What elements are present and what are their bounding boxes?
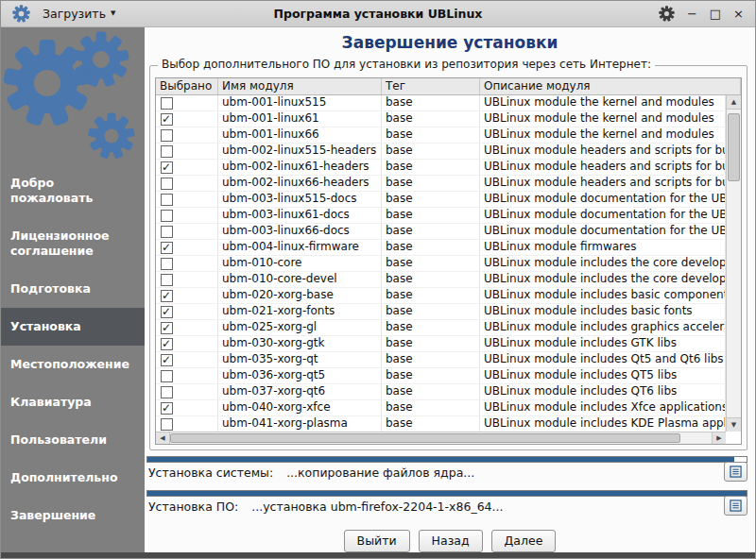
sidebar-item-5[interactable]: Местоположение bbox=[1, 346, 145, 383]
checkbox-cell bbox=[156, 320, 218, 335]
module-checkbox[interactable] bbox=[161, 178, 173, 190]
horizontal-scroll-thumb[interactable] bbox=[170, 433, 680, 443]
module-name: ubm-003-linux515-docs bbox=[218, 192, 382, 207]
table-row[interactable]: ubm-003-linux61-docsbaseUBLinux module d… bbox=[156, 208, 726, 224]
system-status-line: Установка системы: ...копирование файлов… bbox=[148, 466, 719, 481]
module-checkbox[interactable] bbox=[161, 354, 173, 366]
module-checkbox[interactable] bbox=[161, 145, 173, 158]
scroll-down-icon[interactable]: ▼ bbox=[727, 417, 741, 432]
installer-window: Загрузить ▼ Программа установки UBLinux … bbox=[0, 0, 756, 559]
sidebar-item-7[interactable]: Пользователи bbox=[1, 421, 145, 459]
system-progress-fill bbox=[147, 457, 734, 462]
next-button[interactable]: Далее bbox=[491, 530, 557, 552]
sidebar-item-6[interactable]: Клавиатура bbox=[1, 383, 145, 421]
table-row[interactable]: ubm-001-linux61baseUBLinux module the ke… bbox=[156, 111, 726, 127]
module-checkbox[interactable] bbox=[161, 386, 173, 398]
module-checkbox[interactable] bbox=[161, 113, 173, 126]
app-gear-icon bbox=[12, 5, 30, 23]
sidebar-item-2[interactable]: Лицензионное соглашение bbox=[1, 217, 145, 270]
module-checkbox[interactable] bbox=[161, 129, 173, 142]
table-row[interactable]: ubm-001-linux66baseUBLinux module the ke… bbox=[156, 127, 726, 144]
module-tag: base bbox=[382, 127, 480, 143]
module-checkbox[interactable] bbox=[161, 194, 173, 206]
settings-gear-icon[interactable] bbox=[659, 6, 675, 22]
sidebar-item-9[interactable]: Завершение bbox=[1, 497, 145, 534]
sidebar-item-8[interactable]: Дополнительно bbox=[1, 459, 145, 497]
module-checkbox[interactable] bbox=[161, 274, 173, 286]
module-checkbox[interactable] bbox=[161, 290, 173, 302]
column-header-3[interactable]: Тег bbox=[382, 78, 480, 94]
table-row[interactable]: ubm-001-linux515baseUBLinux module the k… bbox=[156, 95, 726, 111]
sidebar-item-3[interactable]: Подготовка bbox=[1, 270, 145, 308]
module-checkbox[interactable] bbox=[161, 258, 173, 270]
table-row[interactable]: ubm-030-xorg-gtkbaseUBLinux module inclu… bbox=[156, 336, 726, 352]
checkbox-cell bbox=[156, 224, 218, 239]
table-row[interactable]: ubm-002-linux66-headersbaseUBLinux modul… bbox=[156, 176, 726, 192]
table-row[interactable]: ubm-040-xorg-xfcebaseUBLinux module incl… bbox=[156, 400, 726, 416]
module-tag: base bbox=[382, 336, 480, 351]
column-header-2[interactable]: Имя модуля bbox=[218, 78, 382, 94]
module-checkbox[interactable] bbox=[161, 418, 173, 431]
sidebar-item-4[interactable]: Установка bbox=[1, 308, 145, 346]
load-button-label: Загрузить bbox=[43, 7, 106, 21]
module-description: UBLinux module includes basic components bbox=[480, 288, 726, 303]
table-row[interactable]: ubm-041-xorg-plasmabaseUBLinux module in… bbox=[156, 416, 726, 432]
checkbox-cell bbox=[156, 160, 218, 175]
module-description: UBLinux module includes QT6 libs bbox=[480, 384, 726, 399]
table-row[interactable]: ubm-035-xorg-qtbaseUBLinux module includ… bbox=[156, 352, 726, 368]
module-checkbox[interactable] bbox=[161, 97, 173, 110]
table-row[interactable]: ubm-036-xorg-qt5baseUBLinux module inclu… bbox=[156, 368, 726, 384]
module-tag: base bbox=[382, 384, 480, 399]
module-checkbox[interactable] bbox=[161, 226, 173, 238]
bottom-button-row: Выйти Назад Далее bbox=[145, 530, 755, 552]
main-panel: Завершение установки Выбор дополнительно… bbox=[145, 27, 755, 552]
horizontal-scrollbar[interactable]: ◀ ▶ bbox=[156, 432, 726, 444]
module-checkbox[interactable] bbox=[161, 402, 173, 415]
module-checkbox[interactable] bbox=[161, 306, 173, 318]
module-checkbox[interactable] bbox=[161, 338, 173, 350]
module-description: UBLinux module includes QT5 libs bbox=[480, 368, 726, 383]
table-row[interactable]: ubm-010-core-develbaseUBLinux module inc… bbox=[156, 272, 726, 288]
table-row[interactable]: ubm-037-xorg-qt6baseUBLinux module inclu… bbox=[156, 384, 726, 400]
table-row[interactable]: ubm-010-corebaseUBLinux module includes … bbox=[156, 256, 726, 272]
table-row[interactable]: ubm-003-linux515-docsbaseUBLinux module … bbox=[156, 192, 726, 208]
table-row[interactable]: ubm-025-xorg-glbaseUBLinux module includ… bbox=[156, 320, 726, 336]
maximize-button[interactable]: □ bbox=[710, 8, 721, 20]
table-row[interactable]: ubm-002-linux515-headersbaseUBLinux modu… bbox=[156, 144, 726, 160]
module-checkbox[interactable] bbox=[161, 242, 173, 254]
table-row[interactable]: ubm-003-linux66-docsbaseUBLinux module d… bbox=[156, 224, 726, 240]
table-row[interactable]: ubm-004-linux-firmwarebaseUBLinux module… bbox=[156, 240, 726, 256]
module-tag: base bbox=[382, 224, 480, 239]
scroll-up-icon[interactable]: ▲ bbox=[727, 95, 741, 110]
software-log-button[interactable] bbox=[724, 496, 747, 516]
load-button[interactable]: Загрузить ▼ bbox=[43, 7, 115, 21]
module-checkbox[interactable] bbox=[161, 370, 173, 382]
module-description: UBLinux module headers and scripts for b… bbox=[480, 160, 726, 175]
module-description: UBLinux module headers and scripts for b… bbox=[480, 176, 726, 191]
module-description: UBLinux module documentation for the UBL… bbox=[480, 224, 726, 239]
module-checkbox[interactable] bbox=[161, 210, 173, 222]
module-name: ubm-001-linux515 bbox=[218, 95, 382, 110]
module-checkbox[interactable] bbox=[161, 161, 173, 174]
table-row[interactable]: ubm-021-xorg-fontsbaseUBLinux module inc… bbox=[156, 304, 726, 320]
minimize-button[interactable]: − bbox=[687, 8, 697, 20]
module-checkbox[interactable] bbox=[161, 322, 173, 334]
column-header-4[interactable]: Описание модуля bbox=[480, 78, 741, 94]
vertical-scroll-thumb[interactable] bbox=[728, 113, 740, 181]
module-description: UBLinux module documentation for the UBL… bbox=[480, 208, 726, 223]
checkbox-cell bbox=[156, 288, 218, 303]
module-name: ubm-040-xorg-xfce bbox=[218, 400, 382, 415]
table-row[interactable]: ubm-002-linux61-headersbaseUBLinux modul… bbox=[156, 160, 726, 176]
vertical-scrollbar[interactable]: ▲ ▼ bbox=[726, 95, 741, 432]
module-name: ubm-002-linux515-headers bbox=[218, 144, 382, 159]
exit-button[interactable]: Выйти bbox=[344, 530, 410, 552]
table-row[interactable]: ubm-020-xorg-basebaseUBLinux module incl… bbox=[156, 288, 726, 304]
system-status-label: Установка системы: bbox=[148, 466, 273, 480]
scroll-right-icon[interactable]: ▶ bbox=[712, 432, 726, 444]
sidebar-item-1[interactable]: Добро пожаловать bbox=[1, 164, 145, 217]
close-button[interactable]: × bbox=[733, 8, 744, 20]
back-button[interactable]: Назад bbox=[419, 530, 483, 552]
system-log-button[interactable] bbox=[724, 462, 747, 482]
scroll-left-icon[interactable]: ◀ bbox=[156, 432, 170, 444]
column-header-1[interactable]: Выбрано bbox=[156, 78, 218, 94]
